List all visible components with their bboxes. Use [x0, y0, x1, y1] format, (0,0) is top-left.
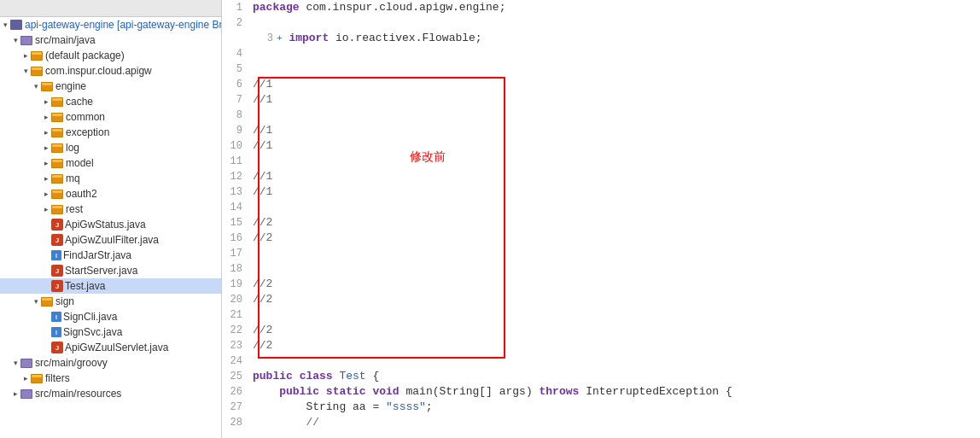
- code-line-17: 17: [222, 246, 980, 261]
- java-icon: J: [51, 234, 63, 246]
- tree-item-srcmainjava[interactable]: ▾src/main/java: [0, 32, 221, 48]
- line-number: 20: [222, 292, 249, 307]
- line-number: 13: [222, 184, 249, 200]
- package-icon: [51, 159, 63, 168]
- tree-label: oauth2: [66, 188, 97, 200]
- tree-item-mq[interactable]: ▸mq: [0, 171, 221, 186]
- code-line-2: 2: [222, 15, 980, 31]
- arrow-expanded[interactable]: ▾: [0, 20, 10, 29]
- tree-item-sign[interactable]: ▾sign: [0, 294, 221, 309]
- line-content: //2: [249, 231, 980, 246]
- arrow-expanded[interactable]: ▾: [20, 67, 31, 75]
- line-number: 11: [222, 154, 249, 169]
- arrow-collapsed[interactable]: ▸: [20, 374, 31, 383]
- code-line-3: 3+ import io.reactivex.Flowable;: [222, 31, 980, 46]
- tree-item-oauth2[interactable]: ▸oauth2: [0, 186, 221, 201]
- tree-label: sign: [55, 295, 74, 307]
- tree-item-cominspur[interactable]: ▾com.inspur.cloud.apigw: [0, 63, 221, 79]
- line-content: public class Test {: [249, 369, 980, 384]
- line-num-inline: 3: [249, 31, 277, 46]
- tree-item-SignCli[interactable]: ISignCli.java: [0, 309, 221, 324]
- package-icon: [31, 67, 43, 76]
- code-editor-panel: 1package com.inspur.cloud.apigw.engine;2…: [222, 0, 980, 438]
- tree-item-filters[interactable]: ▸filters: [0, 371, 221, 386]
- line-content: //2: [249, 215, 980, 231]
- code-line-8: 8: [222, 108, 980, 123]
- tree-item-log[interactable]: ▸log: [0, 140, 221, 155]
- tree-item-ApiGwStatus[interactable]: JApiGwStatus.java: [0, 217, 221, 232]
- java-interface-icon: I: [51, 250, 61, 260]
- line-content: //1: [249, 184, 980, 200]
- arrow-collapsed[interactable]: ▸: [41, 205, 51, 213]
- arrow-collapsed[interactable]: ▸: [20, 51, 31, 60]
- arrow-collapsed[interactable]: ▸: [41, 190, 51, 198]
- tree-item-Test[interactable]: JTest.java: [0, 278, 221, 294]
- comment: //1: [253, 185, 272, 198]
- code-line-6: 6//1: [222, 77, 980, 92]
- line-content: //2: [249, 277, 980, 292]
- arrow-expanded[interactable]: ▾: [10, 36, 20, 44]
- tree-label: src/main/groovy: [35, 357, 108, 369]
- package-icon: [31, 51, 43, 61]
- srcfolder-icon: [20, 359, 32, 368]
- line-number: 7: [222, 92, 249, 108]
- code-line-14: 14: [222, 200, 980, 215]
- tree-item-SignSvc[interactable]: ISignSvc.java: [0, 324, 221, 340]
- java-icon: J: [51, 219, 63, 231]
- tree-label: (default package): [45, 50, 125, 61]
- tree-label: mq: [66, 172, 80, 184]
- line-number: 28: [222, 415, 249, 430]
- comment: //2: [253, 231, 272, 244]
- tree-label: common: [66, 111, 105, 123]
- tree-item-srcmaingroovy[interactable]: ▾src/main/groovy: [0, 355, 221, 371]
- arrow-expanded[interactable]: ▾: [10, 359, 20, 367]
- tree-item-FindJarStr[interactable]: IFindJarStr.java: [0, 248, 221, 263]
- arrow-expanded[interactable]: ▾: [31, 297, 41, 306]
- arrow-collapsed[interactable]: ▸: [10, 389, 20, 398]
- code-line-12: 12//1: [222, 169, 980, 184]
- tree-item-engine[interactable]: ▾engine: [0, 79, 221, 94]
- package-icon: [51, 174, 63, 184]
- arrow-collapsed[interactable]: ▸: [41, 159, 51, 167]
- tree-item-exception[interactable]: ▸exception: [0, 125, 221, 140]
- line-content: //2: [249, 323, 980, 338]
- package-explorer-header: [0, 0, 221, 17]
- tree-item-StartServer[interactable]: JStartServer.java: [0, 263, 221, 278]
- code-line-25: 25public class Test {: [222, 369, 980, 384]
- arrow-collapsed[interactable]: ▸: [41, 113, 51, 121]
- line-content: //1: [249, 92, 980, 108]
- tree-item-ApiGwZuulServlet[interactable]: JApiGwZuulServlet.java: [0, 340, 221, 355]
- line-content: String aa = "ssss";: [249, 400, 980, 415]
- line-number: 10: [222, 138, 249, 154]
- tree-label: ApiGwStatus.java: [65, 219, 146, 231]
- tree-item-model[interactable]: ▸model: [0, 155, 221, 171]
- arrow-collapsed[interactable]: ▸: [41, 174, 51, 183]
- arrow-collapsed[interactable]: ▸: [41, 128, 51, 137]
- comment: //1: [253, 139, 272, 152]
- java-interface-icon: I: [51, 312, 61, 322]
- tree-label: ApiGwZuulFilter.java: [65, 234, 159, 246]
- arrow-expanded[interactable]: ▾: [31, 82, 41, 91]
- tree-item-root[interactable]: ▾api-gateway-engine [api-gateway-engine …: [0, 17, 221, 32]
- tree-item-common[interactable]: ▸common: [0, 109, 221, 125]
- line-number: 23: [222, 338, 249, 353]
- arrow-collapsed[interactable]: ▸: [41, 143, 51, 152]
- fold-marker[interactable]: +: [277, 33, 283, 44]
- tree-item-rest[interactable]: ▸rest: [0, 201, 221, 217]
- line-number: 27: [222, 400, 249, 415]
- comment: //2: [253, 339, 272, 352]
- tree-label: Test.java: [65, 280, 105, 292]
- tree-item-ApiGwZuulFilter[interactable]: JApiGwZuulFilter.java: [0, 232, 221, 248]
- line-number: 5: [222, 61, 249, 77]
- tree-content: ▾api-gateway-engine [api-gateway-engine …: [0, 17, 221, 401]
- tree-item-srcmainresources[interactable]: ▸src/main/resources: [0, 386, 221, 401]
- comment: //2: [253, 277, 272, 290]
- tree-item-defaultpkg[interactable]: ▸(default package): [0, 48, 221, 63]
- code-line-10: 10//1: [222, 138, 980, 154]
- arrow-collapsed[interactable]: ▸: [41, 97, 51, 106]
- package-icon: [51, 97, 63, 107]
- code-line-18: 18: [222, 261, 980, 277]
- line-number: 24: [222, 353, 249, 369]
- tree-item-cache[interactable]: ▸cache: [0, 94, 221, 109]
- tree-label: api-gateway-engine [api-gateway-engine B…: [25, 19, 222, 31]
